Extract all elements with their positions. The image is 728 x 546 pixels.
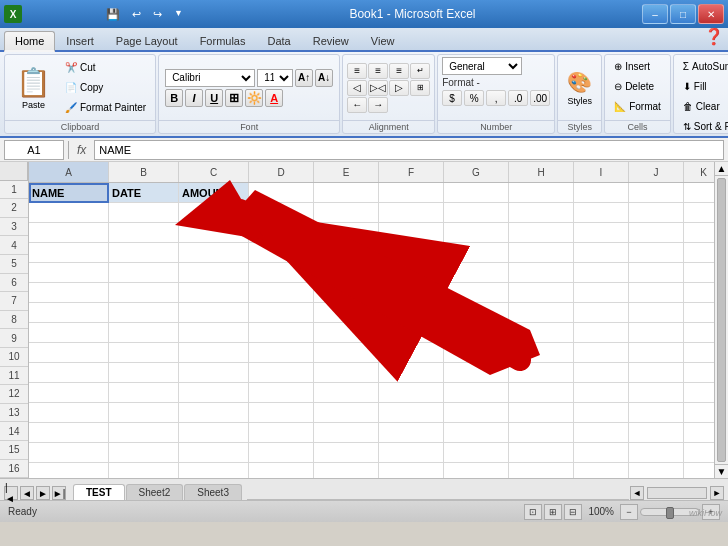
align-top-center-button[interactable]: ≡ — [368, 63, 388, 79]
row-header-8[interactable]: 8 — [0, 311, 28, 330]
col-header-e[interactable]: E — [314, 162, 379, 182]
copy-button[interactable]: 📄 Copy — [60, 79, 151, 97]
fill-button[interactable]: ⬇ Fill — [678, 77, 712, 95]
cell-g1[interactable] — [444, 183, 509, 203]
window-controls[interactable]: – □ ✕ — [642, 4, 724, 24]
qa-dropdown[interactable]: ▼ — [174, 8, 183, 21]
scroll-thumb[interactable] — [717, 178, 726, 462]
col-header-j[interactable]: J — [629, 162, 684, 182]
merge-center-button[interactable]: ⊞ — [410, 80, 430, 96]
cell-f1[interactable] — [379, 183, 444, 203]
row-header-15[interactable]: 15 — [0, 441, 28, 460]
corner-cell[interactable] — [0, 162, 28, 181]
cell-k1[interactable] — [684, 183, 714, 203]
increase-decimal-button[interactable]: .0 — [508, 90, 528, 106]
decrease-indent-button[interactable]: ← — [347, 97, 367, 113]
cut-button[interactable]: ✂️ Cut — [60, 59, 151, 77]
align-top-right-button[interactable]: ≡ — [389, 63, 409, 79]
clear-button[interactable]: 🗑 Clear — [678, 97, 725, 115]
border-button[interactable]: ⊞ — [225, 89, 243, 107]
tab-formulas[interactable]: Formulas — [189, 31, 257, 50]
col-header-b[interactable]: B — [109, 162, 179, 182]
page-break-view-button[interactable]: ⊟ — [564, 504, 582, 520]
col-header-f[interactable]: F — [379, 162, 444, 182]
bold-button[interactable]: B — [165, 89, 183, 107]
formula-input[interactable] — [94, 140, 724, 160]
row-header-11[interactable]: 11 — [0, 367, 28, 386]
row-header-16[interactable]: 16 — [0, 460, 28, 479]
underline-button[interactable]: U — [205, 89, 223, 107]
row-header-7[interactable]: 7 — [0, 292, 28, 311]
align-right-button[interactable]: ▷ — [389, 80, 409, 96]
col-header-h[interactable]: H — [509, 162, 574, 182]
col-header-d[interactable]: D — [249, 162, 314, 182]
cell-h1[interactable] — [509, 183, 574, 203]
tab-review[interactable]: Review — [302, 31, 360, 50]
cell-c1[interactable]: AMOUNT — [179, 183, 249, 203]
tab-insert[interactable]: Insert — [55, 31, 105, 50]
tab-data[interactable]: Data — [256, 31, 301, 50]
close-button[interactable]: ✕ — [698, 4, 724, 24]
restore-button[interactable]: □ — [670, 4, 696, 24]
row-header-2[interactable]: 2 — [0, 199, 28, 218]
increase-font-button[interactable]: A↑ — [295, 69, 313, 87]
save-icon[interactable]: 💾 — [106, 8, 120, 21]
increase-indent-button[interactable]: → — [368, 97, 388, 113]
col-header-g[interactable]: G — [444, 162, 509, 182]
cell-j1[interactable] — [629, 183, 684, 203]
insert-button[interactable]: ⊕ Insert — [609, 57, 655, 75]
currency-button[interactable]: $ — [442, 90, 462, 106]
format-dash-label[interactable]: Format - — [442, 77, 480, 88]
tab-view[interactable]: View — [360, 31, 406, 50]
sheet-prev-button[interactable]: ◄ — [20, 486, 34, 500]
align-top-left-button[interactable]: ≡ — [347, 63, 367, 79]
row-header-14[interactable]: 14 — [0, 422, 28, 441]
align-center-button[interactable]: ▷◁ — [368, 80, 388, 96]
col-header-i[interactable]: I — [574, 162, 629, 182]
sheet-first-button[interactable]: |◄ — [4, 486, 18, 500]
sheet-tab-sheet3[interactable]: Sheet3 — [184, 484, 242, 500]
page-layout-view-button[interactable]: ⊞ — [544, 504, 562, 520]
sum-button[interactable]: Σ AutoSum — [678, 57, 728, 75]
redo-icon[interactable]: ↪ — [153, 8, 162, 21]
col-header-a[interactable]: A — [29, 162, 109, 182]
col-header-k[interactable]: K — [684, 162, 714, 182]
row-header-3[interactable]: 3 — [0, 218, 28, 237]
fill-color-button[interactable]: 🔆 — [245, 89, 263, 107]
font-name-select[interactable]: Calibri — [165, 69, 255, 87]
format-painter-button[interactable]: 🖌️ Format Painter — [60, 99, 151, 117]
percent-button[interactable]: % — [464, 90, 484, 106]
delete-button[interactable]: ⊖ Delete — [609, 77, 659, 95]
cell-d1[interactable] — [249, 183, 314, 203]
scroll-right-button[interactable]: ► — [710, 486, 724, 500]
number-format-select[interactable]: General — [442, 57, 522, 75]
paste-button[interactable]: 📋 Paste — [9, 61, 58, 115]
cell-i1[interactable] — [574, 183, 629, 203]
vertical-scrollbar[interactable]: ▲ ▼ — [714, 162, 728, 478]
comma-button[interactable]: , — [486, 90, 506, 106]
row-header-9[interactable]: 9 — [0, 329, 28, 348]
horizontal-scroll-thumb[interactable] — [647, 487, 707, 499]
cell-a2[interactable] — [29, 203, 109, 223]
zoom-out-button[interactable]: − — [620, 504, 638, 520]
tab-home[interactable]: Home — [4, 31, 55, 52]
scroll-up-button[interactable]: ▲ — [715, 162, 728, 176]
row-header-4[interactable]: 4 — [0, 236, 28, 255]
italic-button[interactable]: I — [185, 89, 203, 107]
sheet-tab-test[interactable]: TEST — [73, 484, 125, 500]
styles-button[interactable]: 🎨 Styles — [562, 61, 597, 115]
sort-filter-button[interactable]: ⇅ Sort & Filter — [678, 117, 728, 135]
align-left-button[interactable]: ◁ — [347, 80, 367, 96]
row-header-5[interactable]: 5 — [0, 255, 28, 274]
decrease-decimal-button[interactable]: .00 — [530, 90, 550, 106]
format-button[interactable]: 📐 Format — [609, 97, 666, 115]
sheet-last-button[interactable]: ►| — [52, 486, 66, 500]
sheet-next-button[interactable]: ► — [36, 486, 50, 500]
tab-page-layout[interactable]: Page Layout — [105, 31, 189, 50]
font-color-button[interactable]: A — [265, 89, 283, 107]
font-size-select[interactable]: 11 — [257, 69, 293, 87]
undo-icon[interactable]: ↩ — [132, 8, 141, 21]
row-header-10[interactable]: 10 — [0, 348, 28, 367]
row-header-1[interactable]: 1 — [0, 181, 28, 200]
help-icon[interactable]: ❓ — [704, 27, 724, 46]
